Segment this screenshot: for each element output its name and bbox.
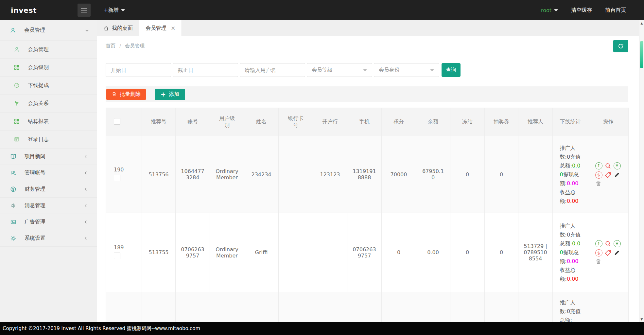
table-row: 190 513756 10644773284 Ordinary Member 2…	[106, 136, 629, 213]
tab-my-desktop[interactable]: 我的桌面	[97, 20, 139, 36]
upgrade-icon[interactable]: ↑	[595, 162, 602, 169]
sidebar-group-member-management[interactable]: 会员管理	[0, 20, 97, 41]
cell-ref-no: 513755	[142, 213, 176, 292]
dollar-icon[interactable]: $	[595, 171, 602, 179]
column-header: 冻结	[450, 108, 485, 136]
yen-icon[interactable]: ¥	[614, 240, 621, 247]
refresh-icon	[618, 43, 624, 49]
username-input[interactable]	[240, 63, 305, 77]
sidebar-item-label: 登录日志	[28, 136, 49, 143]
sidebar-item-settlement-report[interactable]: 结算报表	[0, 113, 97, 131]
add-button[interactable]: + 添加	[155, 89, 185, 100]
nav-add-menu[interactable]: +新增	[104, 7, 125, 14]
scroll-down-icon[interactable]: ▼	[639, 318, 644, 321]
scrollbar-thumb[interactable]	[640, 41, 643, 68]
calendar-icon	[14, 136, 20, 142]
member-identity-select[interactable]: 会员身份	[374, 63, 439, 77]
nav-add-label: +新增	[104, 7, 118, 14]
select-all-checkbox[interactable]	[114, 118, 120, 125]
tab-member-management[interactable]: 会员管理 ×	[139, 20, 182, 36]
cell-level: Ordinary Member	[210, 213, 244, 292]
cell-tickets: 0	[485, 213, 518, 292]
column-header: 用户级别	[210, 108, 244, 136]
chevron-left-icon	[83, 236, 88, 241]
breadcrumb-home[interactable]: 首页	[106, 43, 115, 49]
start-date-input[interactable]	[106, 63, 171, 77]
column-header: 推荐号	[142, 108, 176, 136]
users-icon	[10, 170, 16, 176]
tab-bar: 我的桌面 会员管理 ×	[97, 20, 639, 36]
close-icon[interactable]: ×	[171, 25, 175, 31]
gauge-icon	[14, 82, 20, 88]
sidebar-item-label: 项目新闻	[25, 153, 45, 160]
cell-tickets	[485, 292, 518, 323]
cell-account: 10644773284	[176, 136, 210, 213]
clear-cache-link[interactable]: 清空缓存	[571, 7, 592, 14]
cell-points: 0	[382, 213, 416, 292]
select-value: 会员身份	[379, 67, 400, 74]
sidebar-item-ad-management[interactable]: 广告管理	[0, 214, 97, 230]
batch-delete-label: 批量删除	[120, 91, 141, 98]
sidebar-item-admin-accounts[interactable]: 管理帐号	[0, 165, 97, 181]
scroll-up-icon[interactable]: ▲	[639, 22, 644, 25]
sidebar-item-member-relations[interactable]: 会员关系	[0, 95, 97, 113]
refresh-button[interactable]	[613, 40, 628, 52]
app-logo: invest	[0, 6, 78, 14]
sidebar-item-label: 系统设置	[25, 235, 45, 242]
cell-bank-card	[279, 136, 313, 213]
sidebar-item-downline-commission[interactable]: 下线提成	[0, 77, 97, 95]
user-menu[interactable]: root	[541, 7, 558, 13]
cell-name: 234234	[244, 136, 279, 213]
sidebar-item-message-management[interactable]: 消息管理	[0, 198, 97, 214]
sidebar-item-project-news[interactable]: 项目新闻	[0, 149, 97, 165]
row-checkbox[interactable]	[114, 253, 120, 259]
menu-icon	[81, 10, 87, 10]
sidebar-item-login-log[interactable]: 登录日志	[0, 131, 97, 149]
cell-bank: 123123	[313, 136, 347, 213]
row-id: 190	[114, 167, 136, 173]
sidebar-item-member-management[interactable]: 会员管理	[0, 41, 97, 59]
upgrade-icon[interactable]: ↑	[595, 240, 602, 247]
sidebar-toggle-button[interactable]	[78, 4, 91, 17]
book-icon	[10, 153, 16, 160]
tab-label: 我的桌面	[112, 25, 133, 32]
edit-icon[interactable]	[614, 250, 620, 256]
search-icon[interactable]	[604, 162, 612, 169]
sidebar-item-label: 结算报表	[28, 118, 49, 125]
tree-icon	[14, 100, 20, 106]
row-select-cell: 190	[106, 136, 142, 213]
tag-icon[interactable]	[604, 171, 612, 179]
cell-actions	[588, 292, 629, 323]
yen-icon[interactable]: ¥	[614, 162, 621, 169]
cell-downline-stats: 推广人数:0充值总额:0.00提现总额:0.00收益总额:0.00	[553, 213, 588, 292]
sidebar-item-label: 财务管理	[25, 186, 45, 193]
edit-icon[interactable]	[614, 172, 620, 178]
end-date-input[interactable]	[173, 63, 238, 77]
image-icon	[10, 219, 16, 225]
tag-icon[interactable]	[604, 249, 612, 256]
sidebar-item-label: 会员级别	[28, 64, 49, 71]
sidebar-item-system-settings[interactable]: 系统设置	[0, 230, 97, 247]
delete-icon[interactable]	[595, 181, 601, 187]
cell-bank	[313, 213, 347, 292]
member-level-select[interactable]: 会员等级	[307, 63, 372, 77]
cell-account	[176, 292, 210, 323]
chevron-down-icon	[554, 9, 558, 11]
dollar-icon[interactable]: $	[595, 249, 602, 256]
delete-icon[interactable]	[595, 258, 601, 265]
cell-balance: 67950.10	[416, 136, 450, 213]
sidebar-item-member-level[interactable]: 会员级别	[0, 59, 97, 77]
front-home-link[interactable]: 前台首页	[605, 7, 626, 14]
cell-ref-no	[142, 292, 176, 323]
batch-delete-button[interactable]: 批量删除	[106, 89, 146, 100]
cell-ref-no: 513756	[142, 136, 176, 213]
cell-frozen: 0	[450, 213, 485, 292]
sidebar: 会员管理 会员管理 会员级别 下线提成 会员关系 结算报表 登录日志 项目新闻 …	[0, 20, 97, 322]
page-content: 首页 / 会员管理 会员等级 会员身份 查询	[97, 36, 639, 322]
column-header: 抽奖券	[485, 108, 518, 136]
query-button[interactable]: 查询	[442, 63, 461, 77]
sidebar-item-finance-management[interactable]: 财务管理	[0, 181, 97, 198]
footer: Copyright ©2017-2019 invest All Rights R…	[0, 322, 644, 335]
search-icon[interactable]	[604, 240, 612, 247]
row-checkbox[interactable]	[114, 175, 120, 181]
